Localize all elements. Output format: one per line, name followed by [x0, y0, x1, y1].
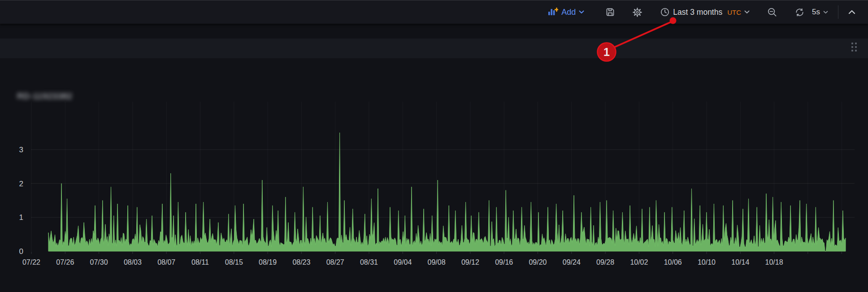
svg-text:10/14: 10/14: [731, 258, 749, 266]
add-button-label: Add: [561, 8, 576, 17]
svg-text:08/23: 08/23: [292, 258, 310, 266]
chevron-down-icon: [744, 10, 750, 14]
svg-text:08/19: 08/19: [259, 258, 277, 266]
refresh-interval-label: 5s: [812, 8, 820, 17]
svg-text:07/30: 07/30: [90, 258, 108, 266]
add-button[interactable]: Add: [543, 5, 589, 20]
svg-text:07/26: 07/26: [56, 258, 74, 266]
chevron-down-icon: [823, 11, 828, 14]
svg-text:09/08: 09/08: [428, 258, 446, 266]
svg-text:08/11: 08/11: [191, 258, 209, 266]
gear-icon: [632, 7, 642, 17]
svg-text:07/22: 07/22: [22, 258, 40, 266]
svg-text:2: 2: [19, 180, 23, 188]
clock-icon: [660, 7, 670, 17]
svg-text:08/31: 08/31: [360, 258, 378, 266]
timezone-label: UTC: [727, 9, 741, 16]
bar-chart-plus-icon: [547, 8, 558, 17]
zoom-out-time-button[interactable]: [763, 4, 782, 20]
save-dashboard-button[interactable]: [601, 4, 620, 20]
svg-text:09/24: 09/24: [563, 258, 581, 266]
svg-text:10/02: 10/02: [630, 258, 648, 266]
dashboard-settings-button[interactable]: [628, 4, 647, 20]
refresh-icon: [794, 7, 805, 17]
time-range-label: Last 3 months: [673, 8, 722, 17]
svg-text:09/04: 09/04: [394, 258, 412, 266]
svg-text:08/27: 08/27: [326, 258, 344, 266]
svg-text:10/10: 10/10: [698, 258, 716, 266]
refresh-picker: 5s: [786, 4, 833, 20]
dashboard-toolbar: Add: [0, 0, 868, 24]
time-picker-button[interactable]: Last 3 months UTC: [655, 4, 754, 20]
zoom-out-icon: [767, 7, 777, 17]
svg-text:10/18: 10/18: [765, 258, 783, 266]
svg-text:1: 1: [19, 213, 23, 222]
svg-text:09/20: 09/20: [529, 258, 547, 266]
svg-text:09/16: 09/16: [495, 258, 513, 266]
svg-text:09/12: 09/12: [461, 258, 479, 266]
svg-text:08/07: 08/07: [157, 258, 175, 266]
svg-text:08/03: 08/03: [124, 258, 142, 266]
toolbar-divider: [838, 5, 838, 19]
collapse-toolbar-button[interactable]: [844, 7, 860, 17]
svg-text:10/06: 10/06: [664, 258, 682, 266]
svg-text:09/28: 09/28: [596, 258, 614, 266]
refresh-button[interactable]: [790, 4, 809, 20]
kwh-time-series-chart[interactable]: 012307/2207/2607/3008/0308/0708/1108/150…: [0, 0, 868, 292]
chevron-down-icon: [579, 10, 584, 14]
svg-text:3: 3: [19, 146, 23, 154]
refresh-interval-select[interactable]: 5s: [811, 5, 833, 19]
save-icon: [605, 7, 615, 17]
svg-text:08/15: 08/15: [225, 258, 243, 266]
chevron-up-icon: [848, 10, 855, 14]
svg-text:0: 0: [19, 247, 23, 256]
